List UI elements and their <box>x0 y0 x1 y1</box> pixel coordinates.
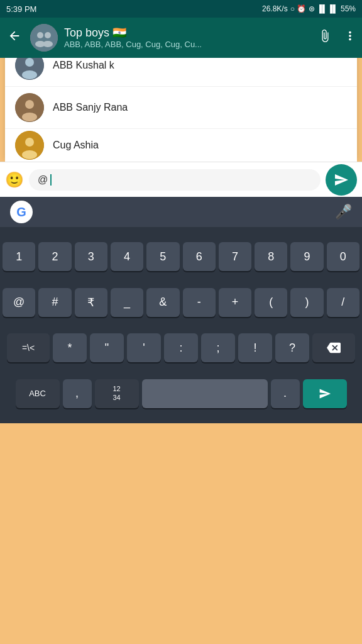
signal-icons: ○ ⏰ ⊛ ▐▌▐▌ <box>290 4 338 13</box>
key-send-enter[interactable] <box>303 379 347 408</box>
chat-area: ABB Jagdeep ABB Kushal k ABB Sanjy Ran <box>0 58 362 162</box>
svg-point-12 <box>25 100 34 109</box>
key-4[interactable]: 4 <box>111 242 143 271</box>
key-1234[interactable]: 1234 <box>95 379 139 408</box>
key-underscore[interactable]: _ <box>111 288 143 317</box>
key-quote[interactable]: " <box>90 333 124 362</box>
symbol-row-1: @ # ₹ _ & - + ( ) / <box>3 288 359 317</box>
key-at[interactable]: @ <box>3 288 35 317</box>
key-period[interactable]: . <box>271 379 300 408</box>
status-time: 5:39 PM <box>6 4 36 14</box>
back-button[interactable] <box>5 26 24 49</box>
attach-icon[interactable] <box>318 29 332 47</box>
key-star[interactable]: * <box>53 333 87 362</box>
mic-icon[interactable]: 🎤 <box>335 204 352 220</box>
keyboard-rows: 1 2 3 4 5 6 7 8 9 0 @ # ₹ _ & - + ( ) / … <box>0 227 362 423</box>
svg-point-10 <box>22 70 37 79</box>
key-abc[interactable]: ABC <box>16 379 60 408</box>
input-bar: 🙂 @ <box>0 162 362 197</box>
mention-popup: ABB Jagdeep ABB Kushal k ABB Sanjy Ran <box>5 58 357 162</box>
emoji-button[interactable]: 🙂 <box>5 171 24 189</box>
key-5[interactable]: 5 <box>146 242 179 271</box>
number-row: 1 2 3 4 5 6 7 8 9 0 <box>3 242 359 271</box>
key-backspace[interactable] <box>312 333 355 362</box>
text-cursor <box>50 174 52 186</box>
key-9[interactable]: 9 <box>290 242 323 271</box>
key-semicolon[interactable]: ; <box>201 333 235 362</box>
key-special-toggle[interactable]: =\< <box>7 333 50 362</box>
key-7[interactable]: 7 <box>219 242 251 271</box>
key-slash[interactable]: / <box>327 288 359 317</box>
message-input[interactable]: @ <box>29 169 321 191</box>
mention-item-cug[interactable]: Cug Ashia <box>5 129 357 162</box>
key-space[interactable] <box>142 379 268 408</box>
key-plus[interactable]: + <box>219 288 251 317</box>
key-colon[interactable]: : <box>164 333 198 362</box>
avatar-cug <box>15 131 44 160</box>
key-apostrophe[interactable]: ' <box>127 333 161 362</box>
header-actions <box>318 29 357 47</box>
status-bar: 5:39 PM 26.8K/s ○ ⏰ ⊛ ▐▌▐▌ 55% <box>0 0 362 18</box>
avatar-kushal <box>15 58 44 80</box>
svg-point-0 <box>30 24 58 52</box>
avatar-sanjy <box>15 93 44 122</box>
mention-name-kushal: ABB Kushal k <box>53 60 114 71</box>
chat-members: ABB, ABB, ABB, Cug, Cug, Cug, Cu... <box>64 40 259 49</box>
keyboard: G 🎤 1 2 3 4 5 6 7 8 9 0 @ # ₹ _ & - + ( … <box>0 197 362 423</box>
chat-title: Top boys 🇮🇳 <box>64 26 312 40</box>
key-8[interactable]: 8 <box>255 242 287 271</box>
chat-header: Top boys 🇮🇳 ABB, ABB, ABB, Cug, Cug, Cug… <box>0 18 362 58</box>
mention-name-sanjy: ABB Sanjy Rana <box>53 102 128 113</box>
network-speed: 26.8K/s <box>262 4 288 13</box>
svg-point-13 <box>22 113 37 121</box>
key-ampersand[interactable]: & <box>146 288 179 317</box>
header-info[interactable]: Top boys 🇮🇳 ABB, ABB, ABB, Cug, Cug, Cug… <box>64 26 312 50</box>
key-1[interactable]: 1 <box>3 242 35 271</box>
mention-name-cug: Cug Ashia <box>53 140 99 151</box>
key-rparen[interactable]: ) <box>290 288 323 317</box>
time-display: 5:39 PM <box>6 4 36 14</box>
key-6[interactable]: 6 <box>183 242 216 271</box>
group-avatar[interactable] <box>30 24 58 52</box>
svg-point-1 <box>37 32 43 38</box>
bottom-row: ABC , 1234 . <box>3 379 359 408</box>
key-0[interactable]: 0 <box>327 242 359 271</box>
mention-item-kushal[interactable]: ABB Kushal k <box>5 58 357 87</box>
mention-item-sanjy[interactable]: ABB Sanjy Rana <box>5 87 357 129</box>
svg-point-4 <box>43 41 53 47</box>
symbol-row-2: =\< * " ' : ; ! ? <box>3 333 359 362</box>
key-hash[interactable]: # <box>38 288 71 317</box>
key-lparen[interactable]: ( <box>255 288 287 317</box>
svg-point-2 <box>45 32 51 38</box>
svg-point-16 <box>22 150 37 159</box>
more-options-icon[interactable] <box>343 29 357 47</box>
key-comma[interactable]: , <box>63 379 92 408</box>
key-rupee[interactable]: ₹ <box>75 288 107 317</box>
send-button[interactable] <box>326 164 357 196</box>
svg-point-15 <box>25 138 34 147</box>
svg-point-9 <box>25 58 34 67</box>
key-2[interactable]: 2 <box>38 242 71 271</box>
status-right: 26.8K/s ○ ⏰ ⊛ ▐▌▐▌ 55% <box>262 4 356 13</box>
at-symbol: @ <box>38 174 48 186</box>
key-3[interactable]: 3 <box>75 242 107 271</box>
battery-indicator: 55% <box>341 4 356 13</box>
google-logo: G <box>10 201 33 223</box>
key-question[interactable]: ? <box>275 333 309 362</box>
keyboard-top-bar: G 🎤 <box>0 197 362 227</box>
key-minus[interactable]: - <box>183 288 216 317</box>
key-exclaim[interactable]: ! <box>238 333 272 362</box>
